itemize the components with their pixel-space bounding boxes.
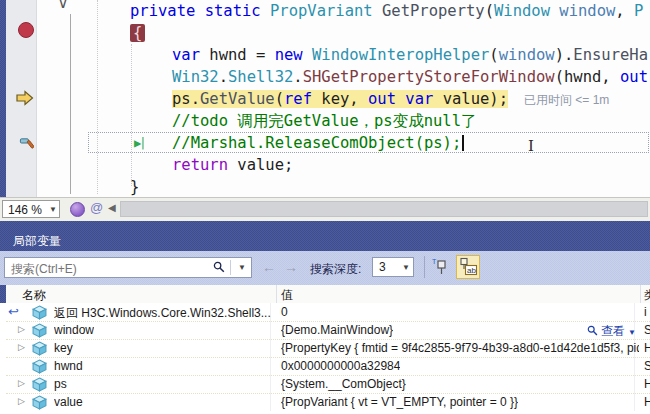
zoom-level-value: 146 % [8,203,42,217]
variable-name: hwnd [54,359,83,373]
code-token: Window [494,2,550,20]
code-token: var [405,90,433,108]
code-token: WindowInteropHelper [312,46,489,64]
variable-value[interactable]: {Demo.MainWindow} [281,323,393,337]
locals-row-ps[interactable]: ▷ps{System.__ComObject}H [6,375,650,394]
code-line[interactable]: ps.GetValue(ref key, out var value);已用时间… [0,88,650,110]
code-token: SHGetPropertyStoreForWindow [303,68,555,86]
code-line[interactable]: Win32.Shell32.SHGetPropertyStoreForWindo… [0,66,650,88]
code-lines[interactable]: private static PropVariant GetProperty(W… [0,0,650,197]
view-link-label: 查看 [601,324,625,338]
scroll-left-arrow-icon[interactable]: ◀ [108,202,116,213]
variable-value[interactable]: 0x0000000000a32984 [281,359,400,373]
variable-value[interactable]: {PropertyKey { fmtid = 9f4c2855-9f79-4b3… [281,341,639,355]
code-line[interactable]: } [0,176,650,197]
code-token: window [559,2,615,20]
code-token: Shell32 [228,68,293,86]
code-token [373,2,382,20]
spiral-icon[interactable]: @ [90,200,103,215]
column-header-value[interactable]: 值 [281,287,293,304]
variable-type: H [644,377,650,391]
search-input[interactable] [9,259,208,278]
search-depth-label: 搜索深度: [310,261,361,278]
locals-row-key[interactable]: ▷key{PropertyKey { fmtid = 9f4c2855-9f79… [6,339,650,358]
code-editor[interactable]: ∨ private static PropVariant GetProperty… [0,0,650,197]
variable-name: 返回 H3C.Windows.Core.Win32.Shell3... [54,305,271,322]
search-depth-value: 3 [379,260,386,274]
code-token: new [275,46,303,64]
variable-value[interactable]: {System.__ComObject} [281,377,406,391]
column-divider[interactable] [640,285,641,303]
variable-type: H [644,395,650,409]
return-value-icon: ↩ [8,304,19,319]
code-line[interactable]: { [0,22,650,44]
variable-type: S [644,359,650,373]
pin-value-format-icon[interactable]: ab [456,255,480,279]
column-divider[interactable] [276,285,277,303]
locals-title-bar[interactable]: 局部变量 [0,229,650,251]
search-dropdown-icon[interactable]: ▼ [238,263,246,272]
code-token: out [620,68,648,86]
zoom-level-dropdown[interactable]: 146 % ▼ [2,200,60,218]
horizontal-scrollbar[interactable] [120,201,648,217]
vs-debug-window: ∨ private static PropVariant GetProperty… [0,0,650,414]
chevron-down-icon: ▼ [402,263,410,272]
variable-type: H [644,341,650,355]
run-to-click-icon[interactable]: ▶| [134,132,144,154]
code-token: value; [228,156,293,174]
code-token [550,2,559,20]
code-token: return [172,156,228,174]
variable-name: key [54,341,73,355]
code-token: P [634,2,643,20]
code-line[interactable]: return value; [0,154,650,176]
caret-line-border [88,132,649,153]
code-token: ( [485,2,494,20]
expand-arrow-icon[interactable]: ▷ [18,378,25,388]
ibeam-cursor: I [528,137,534,155]
code-token: , [615,2,634,20]
chevron-down-icon: ▼ [628,328,636,337]
svg-text:ab: ab [467,266,476,275]
code-token [303,46,312,64]
locals-toolbar: ▼ ← → 搜索深度: 3 ▼ T ab [0,251,650,285]
code-token: var [172,46,200,64]
locals-title: 局部变量 [13,233,61,250]
view-link[interactable]: 查看▼ [587,323,636,340]
code-token: ps. [172,90,200,108]
locals-row-value[interactable]: ▷value{PropVariant { vt = VT_EMPTY, poin… [6,393,650,412]
locals-panel: 局部变量 ▼ ← → 搜索深度: 3 ▼ T [0,229,650,414]
locals-row-window[interactable]: ▷window{Demo.MainWindow} 查看▼S [6,321,650,340]
search-next-icon[interactable]: → [284,259,298,275]
column-header-name[interactable]: 名称 [22,287,46,304]
search-depth-dropdown[interactable]: 3 ▼ [372,257,414,277]
locals-row-hwnd[interactable]: hwnd0x0000000000a32984S [6,357,650,376]
flag-pin-icon[interactable]: T [432,257,450,277]
code-token: value); [433,90,508,108]
expand-arrow-icon[interactable]: ▷ [18,342,25,352]
search-prev-icon[interactable]: ← [262,259,276,275]
expand-arrow-icon[interactable]: ▷ [18,324,25,334]
variable-name: ps [54,377,67,391]
code-line[interactable]: var hwnd = new WindowInteropHelper(windo… [0,44,650,66]
variable-type: S [644,323,650,337]
scrollbar-thumb[interactable] [120,201,648,217]
locals-search-box[interactable]: ▼ [4,257,252,278]
code-token: //todo 调用完GetValue，ps变成null了 [172,112,476,130]
perf-tip[interactable]: 已用时间 <= 1m [524,93,609,107]
chevron-down-icon: ▼ [49,201,57,219]
locals-row-return[interactable]: ↩返回 H3C.Windows.Core.Win32.Shell3...0i [6,303,650,322]
code-line[interactable]: ▶|//Marshal.ReleaseComObject(ps); [0,132,650,154]
code-token: key, [312,90,368,108]
code-token: private static [130,2,270,20]
code-token: window [499,46,555,64]
expand-arrow-icon[interactable]: ▷ [18,396,25,406]
purple-orb-icon[interactable] [70,202,85,217]
variable-value[interactable]: 0 [281,305,288,319]
variable-type: i [644,305,650,319]
svg-text:T: T [432,258,437,265]
code-line[interactable]: //todo 调用完GetValue，ps变成null了 [0,110,650,132]
code-line[interactable]: private static PropVariant GetProperty(W… [0,0,650,22]
locals-grid-header[interactable]: 名称 值 类型 [0,285,650,304]
variable-value[interactable]: {PropVariant { vt = VT_EMPTY, pointer = … [281,395,518,409]
code-token: Win32 [172,68,219,86]
